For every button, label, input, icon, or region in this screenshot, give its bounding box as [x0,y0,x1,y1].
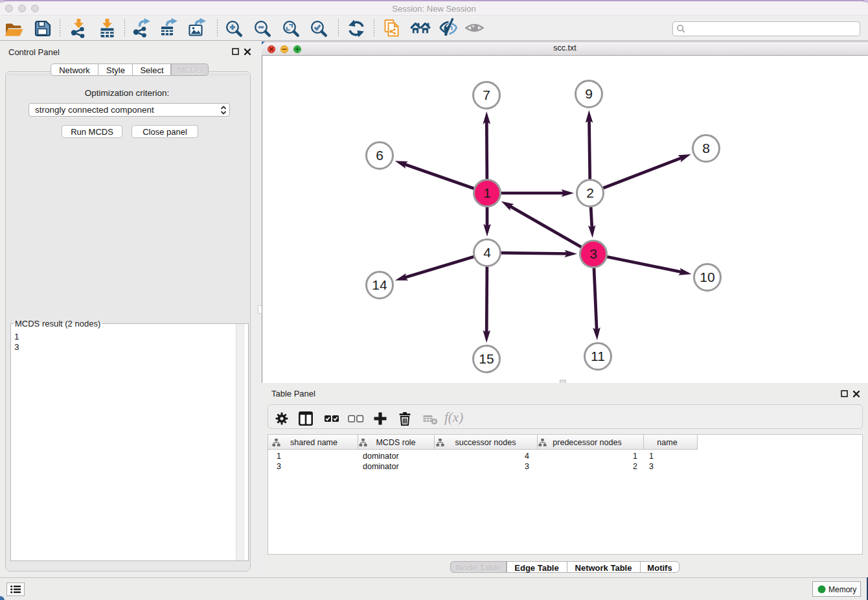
svg-text:10: 10 [700,270,714,284]
svg-text:15: 15 [479,351,494,366]
svg-text:6: 6 [376,148,383,163]
svg-text:14: 14 [372,277,387,292]
svg-text:3: 3 [589,246,597,261]
svg-text:9: 9 [585,86,593,101]
svg-text:11: 11 [591,349,605,363]
svg-text:7: 7 [483,87,490,102]
svg-text:4: 4 [483,245,491,260]
svg-text:2: 2 [586,185,594,200]
svg-text:1: 1 [483,185,491,200]
svg-text:8: 8 [702,141,710,156]
